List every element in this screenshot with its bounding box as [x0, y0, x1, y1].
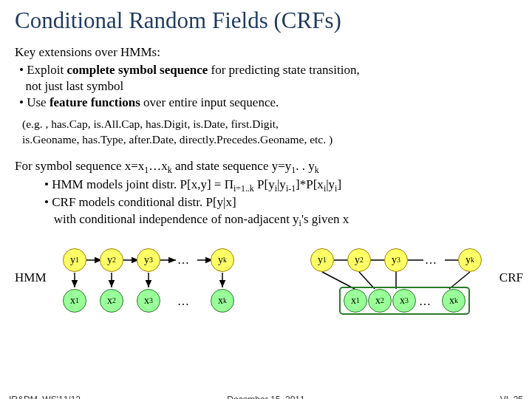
- footer-left: IR&DM, WS'11/12: [9, 395, 81, 399]
- svg-line-12: [322, 272, 355, 289]
- diagram-area: HMM CRF y1 y2 y3 … yk x1 x2 x3 … xk y1 y…: [0, 237, 532, 341]
- bullet1-post: for predicting state transition,: [208, 63, 359, 77]
- crf-y1: y1: [310, 248, 334, 272]
- hl-sub: i=1..k: [233, 183, 254, 194]
- t: y: [355, 254, 360, 266]
- fi-a: For symbol sequence x=x: [15, 159, 144, 173]
- examples-block: (e.g. , has.Cap, is.All.Cap, has.Digit, …: [0, 111, 532, 148]
- crf-x3: x3: [392, 289, 416, 313]
- t: x: [449, 295, 454, 307]
- hl-b: P[y: [254, 177, 275, 191]
- bullet2-pre: • Use: [19, 95, 50, 109]
- fi-b: …x: [149, 159, 168, 173]
- intro-text: Key extensions over HMMs:: [15, 44, 517, 61]
- crf-x1: x1: [344, 289, 367, 313]
- content-block: Key extensions over HMMs: • Exploit comp…: [0, 34, 532, 111]
- crf-y2: y2: [347, 248, 371, 272]
- hmm-line: • HMM models joint distr. P[x,y] = Πi=1.…: [15, 177, 517, 194]
- examples-line1: (e.g. , has.Cap, is.All.Cap, has.Digit, …: [22, 117, 532, 132]
- bullet-1: • Exploit complete symbol sequence for p…: [15, 62, 517, 78]
- t: x: [375, 295, 381, 307]
- fi-d: . . y: [296, 159, 315, 173]
- hl-c: |y: [277, 177, 286, 191]
- bullet-2: • Use feature functions over entire inpu…: [15, 95, 517, 111]
- crf-x-dots: …: [419, 295, 431, 308]
- s: 2: [381, 296, 384, 304]
- crf-xk: xk: [442, 289, 466, 313]
- fi-c: and state sequence y=y: [172, 159, 292, 173]
- t: y: [318, 254, 323, 266]
- cl2-a: with conditional independence of non-adj…: [44, 212, 299, 226]
- bullet1-bold: complete symbol sequence: [67, 63, 208, 77]
- svg-line-13: [359, 272, 375, 289]
- s: k: [471, 256, 474, 264]
- s: 1: [356, 296, 360, 304]
- fi-skb: k: [315, 166, 319, 176]
- crf-line: • CRF models conditional distr. P[y|x]: [15, 194, 517, 211]
- hl-d: ]*P[x: [296, 177, 324, 191]
- bullet1-pre: • Exploit: [19, 63, 67, 77]
- t: y: [392, 254, 397, 266]
- s: 1: [323, 256, 327, 264]
- bullet2-post: over entire input sequence.: [140, 95, 279, 109]
- hl-sim1: i-1: [286, 183, 296, 194]
- page-title: Conditional Random Fields (CRFs): [0, 0, 532, 34]
- bullet-1-line2: not just last symbol: [15, 78, 517, 95]
- s: 3: [405, 296, 409, 304]
- cl2-b: 's given x: [301, 212, 349, 226]
- hl-f: ]: [337, 177, 341, 191]
- hl-e: |y: [326, 177, 335, 191]
- footer-right: VI. 35: [500, 395, 523, 399]
- s: k: [454, 296, 458, 304]
- svg-line-15: [449, 272, 470, 289]
- t: y: [466, 254, 471, 266]
- crf-y-dots: …: [425, 253, 437, 267]
- s: 2: [360, 256, 364, 264]
- t: x: [400, 295, 405, 307]
- formula-block: For symbol sequence x=x1…xk and state se…: [0, 148, 532, 229]
- formula-intro: For symbol sequence x=x1…xk and state se…: [15, 158, 517, 176]
- crf-yk: yk: [458, 248, 482, 272]
- crf-y3: y3: [384, 248, 408, 272]
- bullet2-bold: feature functions: [50, 95, 140, 109]
- crf-x2: x2: [368, 289, 392, 313]
- s: 3: [397, 256, 400, 264]
- crf-line2: with conditional independence of non-adj…: [15, 211, 517, 229]
- hl-a: • HMM models joint distr. P[x,y] = Π: [44, 177, 233, 191]
- t: x: [351, 295, 356, 307]
- examples-line2: is.Geoname, has.Type, after.Date, direct…: [22, 132, 532, 148]
- footer-center: December 15, 2011: [227, 395, 304, 399]
